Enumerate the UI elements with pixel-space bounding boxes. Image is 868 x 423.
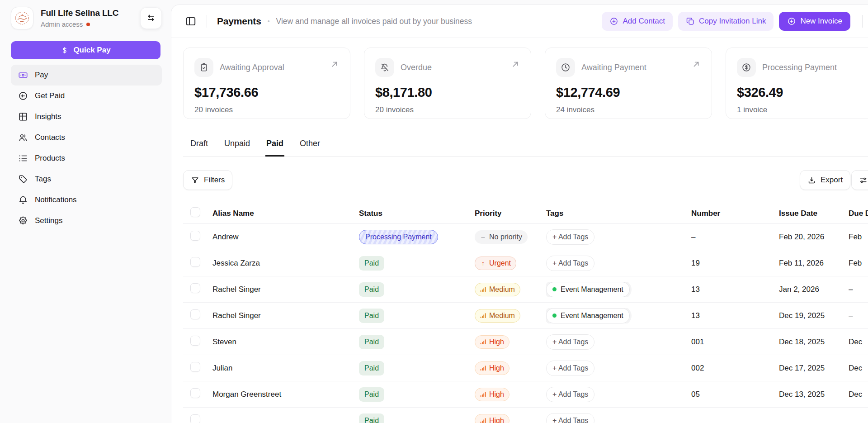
priority-badge[interactable]: High: [475, 388, 509, 401]
tab-draft[interactable]: Draft: [189, 139, 209, 157]
priority-badge[interactable]: High: [475, 414, 509, 423]
row-checkbox[interactable]: [190, 336, 200, 346]
sidebar-item-insights[interactable]: Insights: [11, 106, 162, 127]
issue-date: Feb 20, 2026: [779, 233, 824, 241]
table-header-row: Alias NameStatusPriorityTagsNumberIssue …: [183, 203, 868, 224]
summary-card: Awaiting Payment $12,774.69 24 invoices: [545, 48, 712, 119]
summary-card: Awaiting Approval $17,736.66 20 invoices: [183, 48, 350, 119]
tags-cell: + Add Tags: [546, 256, 691, 271]
priority-label: High: [489, 338, 504, 346]
issue-date: Dec 19, 2025: [779, 311, 825, 320]
export-button[interactable]: Export: [800, 170, 850, 190]
priority-badge[interactable]: High: [475, 361, 509, 375]
main-panel: Payments • View and manage all invoices …: [171, 5, 868, 423]
sidebar-item-pay[interactable]: Pay: [11, 65, 162, 86]
sidebar-item-get-paid[interactable]: Get Paid: [11, 86, 162, 106]
card-count: 24 invoices: [556, 105, 701, 114]
column-header-number[interactable]: Number: [691, 209, 779, 218]
row-checkbox[interactable]: [190, 388, 200, 398]
tag-chip[interactable]: Event Management: [546, 282, 630, 297]
clipboard-check-icon: [199, 62, 209, 72]
add-tags-button[interactable]: + Add Tags: [546, 387, 594, 402]
priority-label: High: [489, 365, 504, 372]
invoice-number: 05: [691, 390, 700, 399]
gear-icon: [18, 216, 28, 226]
alias-name: Steven: [212, 337, 236, 346]
priority-label: Medium: [489, 286, 515, 293]
filters-button[interactable]: Filters: [183, 170, 232, 190]
due-date: –: [849, 285, 853, 294]
select-all-checkbox[interactable]: [190, 207, 200, 217]
add-contact-button[interactable]: Add Contact: [602, 12, 673, 31]
column-header-status[interactable]: Status: [359, 209, 475, 218]
download-icon: [807, 176, 816, 185]
tags-cell: + Add Tags: [546, 361, 691, 376]
add-tags-button[interactable]: + Add Tags: [546, 413, 594, 423]
column-header-alias-name[interactable]: Alias Name: [212, 209, 359, 218]
due-date: –: [849, 311, 853, 320]
signal-bars-icon: [480, 339, 486, 345]
issue-date: Dec 18, 2025: [779, 337, 825, 346]
sidebar-item-products[interactable]: Products: [11, 148, 162, 169]
column-settings-button[interactable]: [851, 170, 868, 190]
table-row: Julian Paid High + Add Tags 002 Dec 17, …: [183, 355, 868, 381]
column-header-issue-date[interactable]: Issue Date: [779, 209, 849, 218]
card-amount: $17,736.66: [194, 85, 339, 100]
card-amount: $326.49: [737, 85, 868, 100]
priority-badge[interactable]: ↑ Urgent: [475, 257, 516, 270]
issue-date: Dec 17, 2025: [779, 364, 825, 372]
arrow-up-right-icon[interactable]: [330, 60, 339, 69]
quick-pay-button[interactable]: Quick Pay: [11, 41, 160, 59]
row-checkbox[interactable]: [190, 257, 200, 267]
funnel-icon: [191, 176, 199, 185]
table-row: Steven Paid High + Add Tags 001 Dec 18, …: [183, 329, 868, 355]
column-header-priority[interactable]: Priority: [475, 209, 546, 218]
status-badge: Paid: [359, 335, 384, 349]
tab-paid[interactable]: Paid: [265, 139, 284, 157]
tab-other[interactable]: Other: [299, 139, 321, 157]
sidebar-item-notifications[interactable]: Notifications: [11, 190, 162, 210]
arrow-up-right-icon[interactable]: [511, 60, 520, 69]
row-checkbox[interactable]: [190, 231, 200, 241]
tag-chip[interactable]: Event Management: [546, 308, 630, 323]
new-invoice-button[interactable]: New Invoice: [779, 12, 850, 31]
issue-date: Dec 13, 2025: [779, 390, 825, 399]
row-checkbox[interactable]: [190, 414, 200, 423]
sidebar-toggle-button[interactable]: [185, 15, 197, 27]
sidebar: Full Life Selina LLC Admin access: [0, 0, 171, 423]
workspace-switch-button[interactable]: [140, 7, 162, 29]
sidebar-item-contacts[interactable]: Contacts: [11, 127, 162, 148]
row-checkbox[interactable]: [190, 362, 200, 372]
page-title: Payments: [217, 16, 261, 27]
tags-cell: Event Management: [546, 282, 691, 297]
sidebar-item-tags[interactable]: Tags: [11, 169, 162, 190]
copy-invitation-link-button[interactable]: Copy Invitation Link: [678, 12, 774, 31]
add-tags-button[interactable]: + Add Tags: [546, 229, 594, 245]
table-row: Rachel Singer Paid Medium Event Manageme…: [183, 276, 868, 303]
add-tags-button[interactable]: + Add Tags: [546, 361, 594, 376]
add-tags-button[interactable]: + Add Tags: [546, 256, 594, 271]
column-header-due-date[interactable]: Due Date: [849, 209, 868, 218]
page-subtitle: View and manage all invoices paid out by…: [276, 17, 472, 26]
row-checkbox[interactable]: [190, 283, 200, 293]
tab-unpaid[interactable]: Unpaid: [223, 139, 251, 157]
sidebar-item-label: Contacts: [35, 133, 65, 142]
creatures-rooftop-logo-icon: [13, 9, 31, 27]
users-icon: [18, 133, 28, 143]
due-date: Dec: [849, 390, 862, 399]
row-checkbox[interactable]: [190, 309, 200, 319]
sidebar-item-label: Tags: [35, 175, 51, 184]
priority-badge[interactable]: Medium: [475, 309, 520, 323]
invoice-number: 002: [691, 364, 704, 372]
priority-badge[interactable]: High: [475, 335, 509, 349]
alias-name: Rachel Singer: [212, 285, 261, 294]
add-tags-button[interactable]: + Add Tags: [546, 334, 594, 350]
priority-badge[interactable]: – No priority: [475, 230, 528, 244]
column-header-tags[interactable]: Tags: [546, 209, 691, 218]
sidebar-item-settings[interactable]: Settings: [11, 210, 162, 231]
arrow-up-right-icon[interactable]: [692, 60, 701, 69]
priority-badge[interactable]: Medium: [475, 283, 520, 296]
issue-date: Feb 11, 2026: [779, 259, 824, 267]
tag-label: Event Management: [561, 312, 623, 320]
due-date: Dec: [849, 337, 862, 346]
